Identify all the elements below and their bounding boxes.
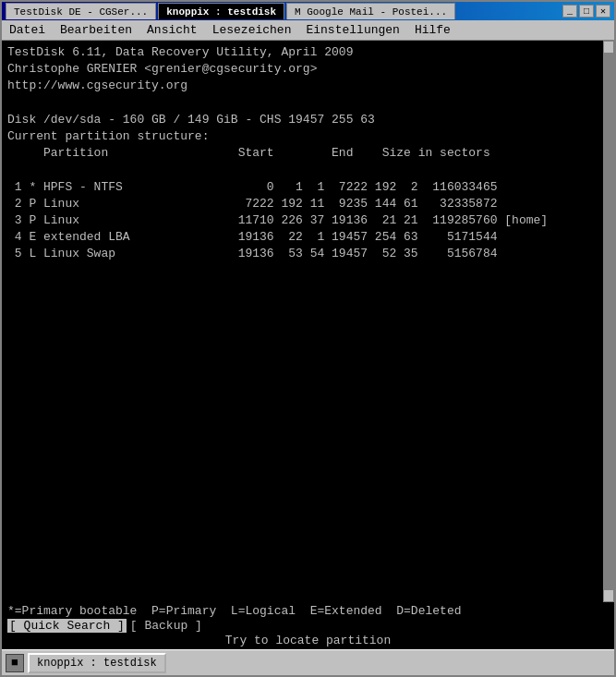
legend-line: *=Primary bootable P=Primary L=Logical E… bbox=[7, 604, 609, 618]
taskbar-button[interactable]: knoppix : testdisk bbox=[28, 653, 166, 673]
minimize-button[interactable]: _ bbox=[562, 5, 577, 18]
tab-knoppix-testdisk[interactable]: knoppix : testdisk bbox=[158, 3, 284, 19]
window-frame: TestDisk DE - CGSer... knoppix : testdis… bbox=[0, 0, 616, 677]
taskbar: ■ knoppix : testdisk bbox=[2, 649, 614, 675]
terminal-area: TestDisk 6.11, Data Recovery Utility, Ap… bbox=[2, 41, 614, 602]
maximize-button[interactable]: □ bbox=[579, 5, 594, 18]
title-tabs: TestDisk DE - CGSer... knoppix : testdis… bbox=[6, 3, 559, 19]
menu-bearbeiten[interactable]: Bearbeiten bbox=[56, 22, 136, 38]
quick-search-button[interactable]: [ Quick Search ] bbox=[7, 619, 127, 633]
taskbar-icon: ■ bbox=[6, 654, 24, 672]
action-buttons: [ Quick Search ] [ Backup ] bbox=[7, 619, 609, 633]
backup-button[interactable]: [ Backup ] bbox=[130, 619, 202, 633]
menu-lesezeichen[interactable]: Lesezeichen bbox=[209, 22, 296, 38]
menu-ansicht[interactable]: Ansicht bbox=[143, 22, 201, 38]
scrollbar[interactable]: ▲ ▼ bbox=[603, 41, 614, 602]
status-bar: *=Primary bootable P=Primary L=Logical E… bbox=[2, 602, 614, 649]
window-controls: _ □ ✕ bbox=[562, 5, 610, 18]
close-button[interactable]: ✕ bbox=[596, 5, 610, 18]
hint-text: Try to locate partition bbox=[7, 634, 609, 647]
scroll-down-button[interactable]: ▼ bbox=[603, 589, 614, 602]
menu-einstellungen[interactable]: Einstellungen bbox=[302, 22, 403, 38]
menu-hilfe[interactable]: Hilfe bbox=[411, 22, 454, 38]
tab-google-mail[interactable]: M Google Mail - Postei... bbox=[286, 3, 455, 19]
menu-datei[interactable]: Datei bbox=[6, 22, 49, 38]
title-bar: TestDisk DE - CGSer... knoppix : testdis… bbox=[2, 2, 614, 20]
terminal-output: TestDisk 6.11, Data Recovery Utility, Ap… bbox=[7, 44, 609, 262]
scroll-up-button[interactable]: ▲ bbox=[603, 41, 614, 54]
tab-testdisk-de[interactable]: TestDisk DE - CGSer... bbox=[6, 3, 156, 19]
menu-bar: Datei Bearbeiten Ansicht Lesezeichen Ein… bbox=[2, 20, 614, 41]
scroll-track[interactable] bbox=[603, 54, 614, 589]
